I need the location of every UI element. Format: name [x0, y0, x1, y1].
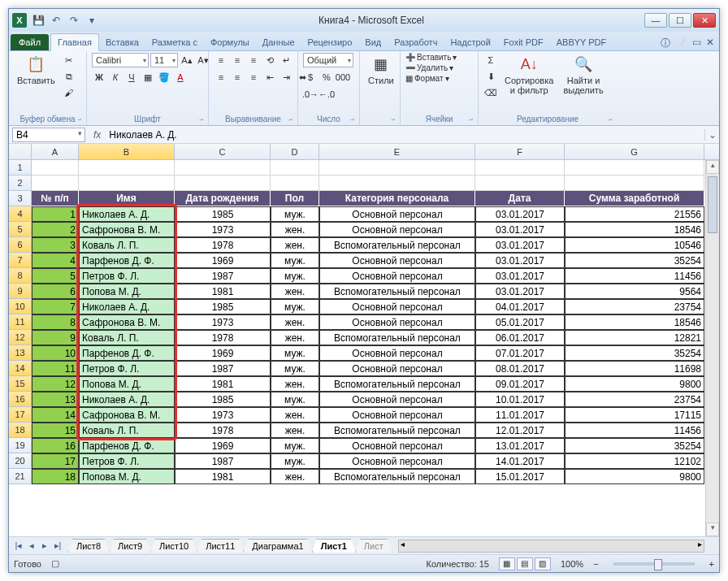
cell-name[interactable]: Попова М. Д. — [79, 284, 175, 299]
cell-date[interactable]: 04.01.2017 — [475, 299, 565, 314]
dec-decimal-icon[interactable]: ←.0 — [319, 87, 334, 102]
table-header-cell[interactable]: Сумма заработной — [565, 191, 704, 206]
row-header[interactable]: 10 — [9, 299, 32, 314]
cell-cat[interactable]: Основной персонал — [319, 392, 475, 407]
cell-cat[interactable]: Вспомогательный персонал — [319, 284, 475, 299]
row-header[interactable]: 17 — [9, 407, 32, 423]
name-box[interactable]: B4 — [12, 128, 85, 142]
italic-button[interactable]: К — [108, 70, 123, 85]
cell-sex[interactable]: жен. — [271, 314, 319, 330]
cell-sum[interactable]: 21556 — [565, 206, 704, 222]
cell[interactable] — [32, 160, 79, 176]
cell-cat[interactable]: Основной персонал — [319, 438, 475, 453]
minimize-button[interactable]: — — [644, 13, 667, 28]
orientation-icon[interactable]: ⟲ — [262, 53, 277, 67]
cell-sum[interactable]: 35254 — [565, 345, 704, 361]
table-header-cell[interactable]: Пол — [271, 191, 319, 206]
thousands-icon[interactable]: 000 — [336, 70, 350, 85]
cell-cat[interactable]: Вспомогательный персонал — [319, 330, 475, 345]
cell-sex[interactable]: муж. — [271, 392, 319, 407]
cell-cat[interactable]: Вспомогательный персонал — [319, 423, 475, 438]
indent-inc-icon[interactable]: ⇥ — [279, 70, 293, 85]
table-header-cell[interactable]: № п/п — [32, 191, 79, 206]
row-header[interactable]: 1 — [9, 160, 32, 176]
ribbon-tab[interactable]: Foxit PDF — [497, 34, 550, 50]
border-button[interactable]: ▦ — [141, 70, 155, 85]
cell-year[interactable]: 1978 — [175, 237, 271, 253]
sheet-tab[interactable]: Диаграмма1 — [243, 539, 312, 553]
column-header[interactable]: G — [565, 144, 704, 159]
row-header[interactable]: 14 — [9, 361, 32, 376]
cell-cat[interactable]: Вспомогательный персонал — [319, 237, 475, 253]
cell[interactable] — [79, 176, 175, 191]
cell-date[interactable]: 08.01.2017 — [475, 361, 565, 376]
cell-cat[interactable]: Основной персонал — [319, 206, 475, 222]
bold-button[interactable]: Ж — [92, 70, 106, 85]
row-header[interactable]: 13 — [9, 345, 32, 361]
cell-name[interactable]: Николаев А. Д. — [79, 392, 175, 407]
cell-n[interactable]: 12 — [32, 376, 79, 392]
sheet-nav-first-icon[interactable]: |◂ — [12, 540, 25, 551]
formula-input[interactable]: Николаев А. Д. — [106, 129, 704, 141]
cell-year[interactable]: 1987 — [175, 453, 271, 469]
cell-cat[interactable]: Основной персонал — [319, 314, 475, 330]
cell-sum[interactable]: 18546 — [565, 222, 704, 237]
cell[interactable] — [475, 176, 565, 191]
row-header[interactable]: 7 — [9, 253, 32, 268]
fill-icon[interactable]: ⬇ — [483, 69, 498, 84]
save-icon[interactable]: 💾 — [32, 14, 45, 27]
cell-n[interactable]: 1 — [32, 206, 79, 222]
ribbon-tab[interactable]: Рецензиро — [301, 34, 359, 50]
cell-n[interactable]: 8 — [32, 314, 79, 330]
cell[interactable] — [79, 160, 175, 176]
cell-year[interactable]: 1969 — [175, 253, 271, 268]
font-size-combo[interactable]: 11 — [150, 53, 178, 67]
zoom-slider[interactable] — [613, 562, 695, 566]
cell-name[interactable]: Попова М. Д. — [79, 469, 175, 484]
cell-n[interactable]: 15 — [32, 423, 79, 438]
horizontal-scrollbar[interactable] — [398, 540, 704, 553]
cell-name[interactable]: Сафронова В. М. — [79, 222, 175, 237]
table-header-cell[interactable]: Дата рождения — [175, 191, 271, 206]
cell-n[interactable]: 7 — [32, 299, 79, 314]
column-header[interactable]: A — [32, 144, 79, 159]
scroll-up-icon[interactable]: ▴ — [706, 160, 719, 174]
cell-date[interactable]: 05.01.2017 — [475, 314, 565, 330]
ribbon-tab[interactable]: Разметка с — [145, 34, 204, 50]
cell-cat[interactable]: Основной персонал — [319, 453, 475, 469]
cell-sum[interactable]: 9564 — [565, 284, 704, 299]
cell-cat[interactable]: Основной персонал — [319, 222, 475, 237]
cell-sex[interactable]: муж. — [271, 299, 319, 314]
cell[interactable] — [319, 176, 475, 191]
cell-name[interactable]: Сафронова В. М. — [79, 314, 175, 330]
zoom-in-icon[interactable]: + — [709, 559, 714, 569]
cell-cat[interactable]: Основной персонал — [319, 361, 475, 376]
cell-sex[interactable]: жен. — [271, 222, 319, 237]
cell-name[interactable]: Сафронова В. М. — [79, 407, 175, 423]
cell-n[interactable]: 9 — [32, 330, 79, 345]
format-painter-icon[interactable]: 🖌 — [62, 85, 76, 100]
cell-date[interactable]: 14.01.2017 — [475, 453, 565, 469]
row-header[interactable]: 16 — [9, 392, 32, 407]
cell-date[interactable]: 11.01.2017 — [475, 407, 565, 423]
ribbon-tab[interactable]: Вид — [358, 34, 388, 50]
row-header[interactable]: 8 — [9, 268, 32, 284]
row-header[interactable]: 5 — [9, 222, 32, 237]
cell-sex[interactable]: муж. — [271, 253, 319, 268]
sheet-nav-next-icon[interactable]: ▸ — [38, 540, 51, 551]
row-header[interactable]: 20 — [9, 453, 32, 469]
cell-date[interactable]: 12.01.2017 — [475, 423, 565, 438]
row-header[interactable]: 9 — [9, 284, 32, 299]
cell-n[interactable]: 16 — [32, 438, 79, 453]
cell-sex[interactable]: муж. — [271, 361, 319, 376]
ribbon-tab[interactable]: Надстрой — [444, 34, 496, 50]
indent-dec-icon[interactable]: ⇤ — [262, 70, 277, 85]
cell-name[interactable]: Петров Ф. Л. — [79, 453, 175, 469]
cell-name[interactable]: Коваль Л. П. — [79, 237, 175, 253]
cell-sum[interactable]: 18546 — [565, 314, 704, 330]
align-center-icon[interactable]: ≡ — [230, 70, 245, 85]
cell-date[interactable]: 03.01.2017 — [475, 237, 565, 253]
cell-n[interactable]: 11 — [32, 361, 79, 376]
cell-year[interactable]: 1985 — [175, 392, 271, 407]
cell[interactable] — [319, 160, 475, 176]
